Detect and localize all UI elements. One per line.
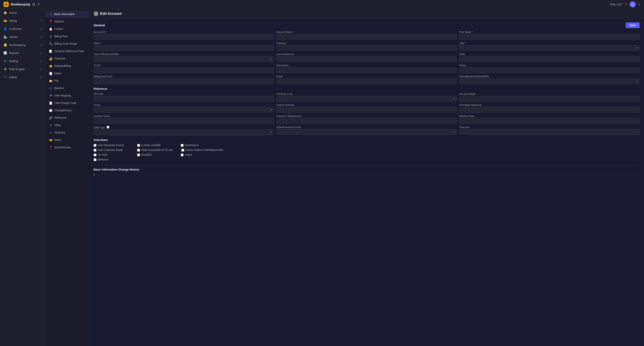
- dropdown-icon[interactable]: ▼: [625, 3, 627, 6]
- sidebar-item-bookkeeping[interactable]: 📒 Bookkeeping +: [0, 41, 46, 49]
- sidebar-item-reports[interactable]: 📊 Reports +: [0, 49, 46, 57]
- status-input[interactable]: [94, 45, 274, 51]
- billing-plus-icon[interactable]: +: [40, 19, 42, 22]
- checkbox-is-allow-unis500[interactable]: Is Allow Unis500: [137, 144, 172, 147]
- insurance-requirement-input[interactable]: [276, 118, 457, 124]
- sidebar-item-customer[interactable]: 👤 Customer +: [0, 25, 46, 33]
- sub-nav-billing-rule[interactable]: 💲 Billing Rule: [46, 33, 89, 40]
- billing-code-prefix-input[interactable]: [94, 78, 274, 84]
- reports-plus-icon[interactable]: +: [40, 51, 42, 55]
- setting-plus-icon[interactable]: +: [40, 59, 42, 63]
- admin-plus-icon[interactable]: +: [40, 75, 42, 79]
- sub-nav-change-history[interactable]: 🕐 ChangeHistory: [46, 107, 89, 114]
- print-name-input[interactable]: [460, 34, 640, 40]
- invoice-notes-checkbox[interactable]: [181, 149, 184, 152]
- sub-nav-notes[interactable]: 📄 Notes: [46, 70, 89, 77]
- line-of-business-label: Line of Business: [276, 53, 457, 56]
- account-id-input[interactable]: [94, 34, 274, 40]
- checkbox-active[interactable]: Active: [181, 153, 216, 156]
- gp-code-input[interactable]: [94, 96, 274, 102]
- sub-nav-balance[interactable]: ⚖ Balance: [46, 84, 89, 92]
- checkbox-allow-increments[interactable]: Allow Increments of 15 min: [137, 148, 173, 152]
- shrinkage-allowance-input[interactable]: [460, 107, 640, 112]
- back-button[interactable]: ←: [94, 11, 98, 16]
- sub-nav-address[interactable]: 📍 Address: [46, 18, 89, 25]
- sub-nav-billing-code-design[interactable]: 🔧 Billing Code Design: [46, 40, 89, 48]
- line-of-business-input[interactable]: [276, 56, 457, 62]
- description-input[interactable]: [276, 67, 457, 73]
- default-invoice-format-select[interactable]: [276, 129, 457, 135]
- timezone-input[interactable]: [460, 129, 640, 135]
- type-of-business-client-label: TypeofBusiness(ClientAPP): [460, 75, 640, 78]
- code-input[interactable]: [460, 56, 640, 62]
- checkbox-auto-collection-email[interactable]: Auto Collection Email: [94, 148, 128, 152]
- type-of-business-client-select[interactable]: [460, 78, 640, 84]
- insurance-requirement-group: Insurance Requirement: [276, 115, 457, 124]
- sidebar-item-admin[interactable]: 🛡 Admin +: [0, 73, 46, 81]
- email-input[interactable]: [276, 78, 457, 84]
- contract-terms-input[interactable]: [94, 118, 274, 124]
- checkbox-on-hold[interactable]: On Hold: [94, 153, 128, 156]
- sub-nav-view-charge-code[interactable]: 📄 View Charge Code: [46, 99, 89, 107]
- 1099-type-checkbox[interactable]: [107, 126, 109, 128]
- tags-select[interactable]: [460, 45, 640, 51]
- auto-collection-email-checkbox[interactable]: [94, 149, 96, 152]
- checkbox-ecommerce[interactable]: Ecommerce: [181, 144, 216, 147]
- sub-nav-financial[interactable]: 💰 Financial: [46, 55, 89, 62]
- vendor-plus-icon[interactable]: +: [40, 35, 42, 38]
- tax-id-group: Tax ID: [94, 64, 274, 73]
- send-edi-checkbox[interactable]: [137, 154, 140, 156]
- checkbox-send-edi[interactable]: SendEDI: [137, 153, 172, 156]
- sub-nav-other[interactable]: ⚙ Other: [46, 122, 89, 129]
- customer-plus-icon[interactable]: +: [40, 27, 42, 30]
- sub-nav-label-dynamic-reference-field: Dynamic Reference Field: [54, 50, 84, 53]
- group-select[interactable]: [94, 107, 274, 112]
- sub-nav-basic-information[interactable]: ℹ Basic Information: [46, 10, 89, 18]
- on-hold-checkbox[interactable]: [94, 154, 96, 156]
- category-input[interactable]: [276, 45, 457, 51]
- list-icon[interactable]: ≡: [38, 2, 40, 6]
- sub-nav-label-view-charge-code: View Charge Code: [54, 102, 76, 104]
- bookkeeping-plus-icon[interactable]: +: [40, 43, 42, 46]
- is-person-checkbox[interactable]: [94, 158, 96, 161]
- active-checkbox[interactable]: [181, 154, 184, 156]
- phone-input[interactable]: [460, 67, 640, 73]
- logo-icon: B: [4, 2, 9, 7]
- sidebar-item-home[interactable]: 🏠 Home: [0, 9, 46, 17]
- sub-nav-view-mapping[interactable]: 🗺 View Mapping: [46, 92, 89, 99]
- checkbox-invoice-notes[interactable]: Invoice Notes in Remittance Info: [181, 148, 223, 152]
- avatar[interactable]: U: [630, 1, 636, 8]
- sub-nav-questionnaire[interactable]: ❓ Questionnaire: [46, 144, 89, 151]
- currency-code-select[interactable]: [276, 96, 457, 102]
- sub-nav-attributes[interactable]: 🏷 Attributes: [46, 129, 89, 136]
- 1099-type-select[interactable]: [94, 130, 274, 135]
- sub-nav-ratings-billing[interactable]: ⭐ Ratings/Billing: [46, 62, 89, 70]
- ecommerce-checkbox[interactable]: [181, 144, 184, 147]
- sidebar-item-setting[interactable]: ⚙ Setting +: [0, 57, 46, 65]
- sub-nav-dynamic-reference-field[interactable]: 📝 Dynamic Reference Field: [46, 48, 89, 55]
- grid-icon[interactable]: ⊞: [32, 2, 35, 6]
- effective-date-input[interactable]: [460, 118, 640, 124]
- sidebar-item-vendor[interactable]: 🏪 Vendor +: [0, 33, 46, 41]
- rate-engine-plus-icon[interactable]: +: [40, 67, 42, 71]
- allow-increments-checkbox[interactable]: [137, 149, 140, 152]
- control-terminal-input[interactable]: [276, 107, 457, 112]
- questionnaire-icon: ❓: [49, 146, 53, 149]
- checkbox-is-person[interactable]: IsPerson: [94, 158, 128, 161]
- history-expand-icon[interactable]: ▶: [94, 173, 95, 176]
- sidebar-item-billing[interactable]: 💳 Billing +: [0, 17, 46, 25]
- is-allow-unis500-checkbox[interactable]: [137, 144, 140, 147]
- avatar-dropdown-icon[interactable]: ▼: [638, 3, 640, 6]
- auto-generate-invoice-checkbox[interactable]: [94, 144, 96, 147]
- sub-nav-file[interactable]: 📁 File: [46, 77, 89, 84]
- sub-nav-contact[interactable]: 📋 Contact: [46, 25, 89, 33]
- account-holder-input[interactable]: [460, 96, 640, 102]
- save-button[interactable]: Save: [626, 22, 640, 28]
- type-of-business-crm-select[interactable]: [94, 56, 274, 62]
- checkbox-auto-generate-invoice[interactable]: Auto Generate Invoice: [94, 144, 128, 147]
- tax-id-input[interactable]: [94, 67, 274, 73]
- sidebar-item-rate-engine[interactable]: ⚡ Rate Engine +: [0, 65, 46, 73]
- sub-nav-deals[interactable]: 🤝 Deals: [46, 136, 89, 144]
- account-name-input[interactable]: [276, 34, 457, 40]
- sub-nav-reference[interactable]: 🔗 Reference: [46, 114, 89, 122]
